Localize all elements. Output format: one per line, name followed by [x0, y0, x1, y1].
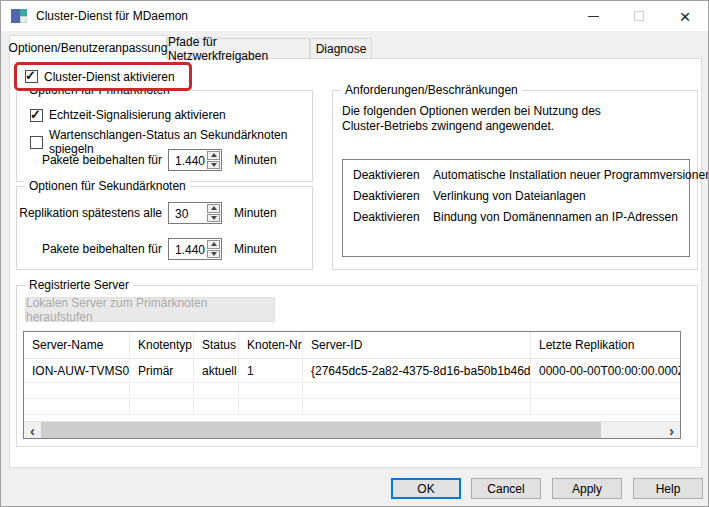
server-table-header: Server-Name Knotentyp Status Knoten-Nr. …: [24, 332, 680, 359]
group-requirements: Anforderungen/Beschränkungen Die folgend…: [332, 90, 698, 270]
cluster-enable-label: Cluster-Dienst aktivieren: [44, 70, 175, 84]
tab-page-options: Cluster-Dienst aktivieren Optionen für P…: [9, 58, 702, 468]
group-primary-node-options: Optionen für Primärknoten Echtzeit-Signa…: [16, 90, 313, 182]
tab-diagnose[interactable]: Diagnose: [310, 38, 372, 59]
scrollbar-thumb[interactable]: [41, 422, 601, 438]
group-secondary-node-options: Optionen für Sekundärknoten Replikation …: [16, 186, 313, 270]
scroll-right-button[interactable]: ›: [663, 422, 680, 438]
scrollbar-track[interactable]: [601, 422, 663, 438]
help-button[interactable]: Help: [633, 478, 703, 499]
primary-keep-spin-up-button[interactable]: [207, 151, 220, 160]
secondary-keep-unit-label: Minuten: [234, 242, 277, 256]
primary-keep-packets-input[interactable]: 1.440: [168, 149, 222, 171]
replication-spin-down-button[interactable]: [207, 214, 220, 223]
primary-keep-packets-label: Pakete beibehalten für: [17, 153, 162, 167]
column-header-node-type[interactable]: Knotentyp: [130, 332, 194, 358]
secondary-keep-packets-label: Pakete beibehalten für: [17, 242, 162, 256]
primary-keep-spin-down-button[interactable]: [207, 161, 220, 170]
secondary-keep-spin-down-button[interactable]: [207, 250, 220, 259]
requirements-list-item: DeaktivierenBindung von Domänennamen an …: [353, 207, 689, 228]
column-header-node-number[interactable]: Knoten-Nr.: [239, 332, 303, 358]
requirements-list: DeaktivierenAutomatische Installation ne…: [342, 159, 690, 257]
horizontal-scrollbar[interactable]: ‹ ›: [24, 421, 680, 438]
cluster-service-dialog: Cluster-Dienst für MDaemon × Optionen/Be…: [0, 0, 709, 507]
realtime-signaling-checkbox[interactable]: [30, 109, 43, 122]
cell-server-name: ION-AUW-TVMS02: [24, 359, 130, 382]
apply-button[interactable]: Apply: [552, 478, 622, 499]
realtime-signaling-label: Echtzeit-Signalisierung aktivieren: [49, 108, 226, 122]
replication-interval-label: Replikation spätestens alle: [17, 206, 162, 220]
requirements-list-item: DeaktivierenAutomatische Installation ne…: [353, 165, 689, 186]
group-secondary-title: Optionen für Sekundärknoten: [25, 179, 190, 193]
cell-status: aktuell: [194, 359, 239, 382]
server-table-row[interactable]: ION-AUW-TVMS02 Primär aktuell 1 {27645dc…: [24, 359, 680, 383]
close-button[interactable]: ×: [662, 1, 708, 31]
spin-up-icon: [211, 242, 217, 246]
primary-keep-unit-label: Minuten: [234, 153, 277, 167]
secondary-keep-packets-input[interactable]: 1.440: [168, 238, 222, 260]
promote-local-server-button[interactable]: Lokalen Server zum Primärknoten heraufst…: [25, 297, 275, 322]
group-requirements-title: Anforderungen/Beschränkungen: [341, 83, 522, 97]
replication-spin-up-button[interactable]: [207, 204, 220, 213]
cell-server-id: {27645dc5-2a82-4375-8d16-ba50b1b46d4a}: [303, 359, 531, 382]
title-bar: Cluster-Dienst für MDaemon ×: [1, 1, 708, 31]
cluster-enable-highlight: Cluster-Dienst aktivieren: [14, 62, 192, 91]
group-registered-servers: Registrierte Server Lokalen Server zum P…: [16, 285, 698, 447]
server-table-empty-row: [24, 383, 680, 399]
minimize-button[interactable]: [570, 1, 616, 31]
spin-down-icon: [211, 252, 217, 256]
spin-up-icon: [211, 206, 217, 210]
requirements-description: Die folgenden Optionen werden bei Nutzun…: [342, 104, 601, 134]
secondary-keep-spin-up-button[interactable]: [207, 240, 220, 249]
replication-interval-input[interactable]: 30: [168, 202, 222, 224]
column-header-last-replication[interactable]: Letzte Replikation: [531, 332, 680, 358]
spin-down-icon: [211, 163, 217, 167]
column-header-server-id[interactable]: Server-ID: [303, 332, 531, 358]
scroll-left-button[interactable]: ‹: [24, 422, 41, 438]
cluster-enable-checkbox[interactable]: [25, 70, 38, 83]
tab-options-customization[interactable]: Optionen/Benutzeranpassung: [9, 35, 167, 59]
column-header-status[interactable]: Status: [194, 332, 239, 358]
server-table-empty-row: [24, 399, 680, 415]
cell-node-type: Primär: [130, 359, 194, 382]
replication-unit-label: Minuten: [234, 206, 277, 220]
group-servers-title: Registrierte Server: [25, 278, 133, 292]
cell-node-number: 1: [239, 359, 303, 382]
app-icon: [11, 8, 27, 24]
spin-down-icon: [211, 216, 217, 220]
column-header-server-name[interactable]: Server-Name: [24, 332, 130, 358]
spin-up-icon: [211, 153, 217, 157]
close-icon: ×: [679, 7, 690, 26]
maximize-button: [616, 1, 662, 31]
requirements-list-item: DeaktivierenVerlinkung von Dateianlagen: [353, 186, 689, 207]
tab-network-share-paths[interactable]: Pfade für Netzwerkfreigaben: [167, 38, 310, 59]
queue-mirror-checkbox[interactable]: [30, 136, 43, 149]
maximize-icon: [634, 11, 644, 21]
window-title: Cluster-Dienst für MDaemon: [36, 9, 188, 23]
server-table[interactable]: Server-Name Knotentyp Status Knoten-Nr. …: [23, 331, 681, 439]
cell-last-replication: 0000-00-00T00:00:00.000Z: [531, 359, 680, 382]
cancel-button[interactable]: Cancel: [471, 478, 541, 499]
minimize-icon: [588, 16, 599, 17]
ok-button[interactable]: OK: [391, 478, 461, 499]
